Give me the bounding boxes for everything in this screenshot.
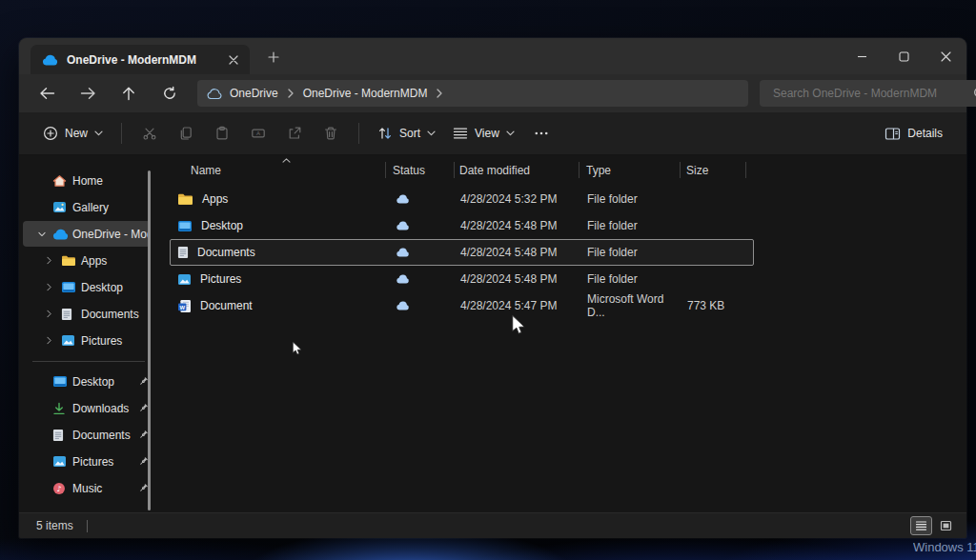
tab-close-icon[interactable]: [223, 50, 244, 70]
navigation-bar: OneDrive OneDrive - ModernMDM: [19, 74, 966, 112]
sidebar-item-onedrive[interactable]: OneDrive - Mod: [23, 221, 151, 247]
details-pane-button[interactable]: Details: [876, 118, 951, 149]
chevron-right-icon[interactable]: [47, 256, 61, 265]
pinned-item-pictures[interactable]: Pictures: [23, 449, 151, 474]
column-header-status[interactable]: Status: [386, 158, 455, 182]
sort-button[interactable]: Sort: [369, 118, 444, 149]
sidebar-item-documents[interactable]: Documents: [23, 301, 151, 327]
cloud-status-icon: [396, 194, 410, 204]
chevron-down-icon: [506, 130, 515, 136]
date-modified: 4/28/2024 5:32 PM: [460, 192, 557, 206]
search-input[interactable]: [769, 87, 973, 100]
documents-folder-icon: [177, 246, 189, 259]
view-button-label: View: [475, 127, 499, 140]
chevron-right-icon[interactable]: [47, 283, 61, 291]
back-button[interactable]: [30, 79, 63, 108]
window-controls: [841, 38, 966, 74]
folder-icon: [177, 192, 193, 206]
explorer-tab[interactable]: OneDrive - ModernMDM: [30, 45, 250, 74]
column-header-name[interactable]: Name: [170, 158, 386, 182]
sidebar-item-label: Desktop: [81, 281, 123, 294]
maximize-button[interactable]: [883, 38, 925, 74]
sidebar-item-label: Downloads: [72, 402, 129, 415]
breadcrumb-root[interactable]: OneDrive: [230, 87, 278, 100]
plus-circle-icon: [43, 126, 58, 141]
chevron-down-icon: [94, 130, 103, 136]
table-row-selected[interactable]: Documents 4/28/2024 5:48 PM File folder: [170, 239, 754, 266]
details-button-label: Details: [907, 127, 943, 140]
sidebar-scrollbar[interactable]: [148, 170, 151, 510]
main-content: Home Gallery OneDrive - Mod: [19, 155, 966, 512]
forward-button[interactable]: [71, 79, 104, 108]
breadcrumb-current[interactable]: OneDrive - ModernMDM: [303, 87, 428, 100]
rename-button[interactable]: A: [240, 118, 276, 149]
sidebar-item-pictures[interactable]: Pictures: [23, 328, 151, 353]
item-count: 5 items: [36, 519, 73, 532]
chevron-down-icon[interactable]: [38, 231, 52, 237]
status-bar: 5 items: [19, 512, 966, 538]
view-button[interactable]: View: [444, 118, 523, 149]
search-box[interactable]: [760, 80, 976, 107]
sort-ascending-icon: [282, 158, 291, 163]
pictures-folder-icon: [52, 455, 72, 468]
column-header-date-modified[interactable]: Date modified: [455, 158, 580, 182]
table-row[interactable]: Pictures 4/28/2024 5:48 PM File folder: [170, 266, 754, 292]
tab-strip: OneDrive - ModernMDM: [19, 38, 966, 74]
pinned-item-music[interactable]: ♪ Music: [23, 475, 151, 501]
pinned-item-downloads[interactable]: Downloads: [23, 395, 151, 421]
date-modified: 4/28/2024 5:47 PM: [460, 299, 557, 312]
minimize-button[interactable]: [841, 38, 883, 74]
more-options-button[interactable]: [523, 118, 559, 149]
svg-text:W: W: [179, 304, 185, 310]
file-size: 773 KB: [687, 299, 724, 312]
documents-folder-icon: [61, 308, 81, 321]
details-view-toggle[interactable]: [910, 516, 932, 535]
breadcrumb[interactable]: OneDrive OneDrive - ModernMDM: [197, 80, 748, 107]
up-button[interactable]: [112, 79, 145, 108]
onedrive-cloud-icon: [207, 89, 222, 99]
file-name: Apps: [202, 192, 228, 206]
details-pane-icon: [884, 127, 901, 141]
pinned-item-desktop[interactable]: Desktop: [23, 369, 151, 394]
sidebar-item-label: OneDrive - Mod: [72, 228, 151, 241]
svg-text:A: A: [256, 130, 260, 136]
refresh-button[interactable]: [153, 79, 186, 108]
windows-watermark: Windows 11 E: [913, 540, 976, 554]
sidebar-item-home[interactable]: Home: [23, 168, 151, 193]
sidebar-item-label: Documents: [81, 308, 139, 321]
close-button[interactable]: [925, 38, 966, 74]
column-header-size[interactable]: Size: [681, 158, 746, 182]
delete-button[interactable]: [313, 118, 349, 149]
sidebar-item-gallery[interactable]: Gallery: [23, 194, 151, 220]
table-row[interactable]: W Document 4/28/2024 5:47 PM Microsoft W…: [170, 292, 754, 319]
date-modified: 4/28/2024 5:48 PM: [460, 219, 557, 232]
table-row[interactable]: Apps 4/28/2024 5:32 PM File folder: [170, 186, 754, 212]
chevron-right-icon[interactable]: [47, 336, 61, 345]
sidebar-item-label: Music: [72, 482, 102, 495]
chevron-right-icon[interactable]: [47, 310, 61, 318]
thumbnail-view-toggle[interactable]: [935, 516, 957, 535]
sort-button-label: Sort: [399, 127, 420, 140]
file-name: Desktop: [201, 219, 243, 232]
copy-button[interactable]: [168, 118, 204, 149]
sidebar-item-apps[interactable]: Apps: [23, 248, 151, 273]
chevron-right-icon[interactable]: [435, 89, 444, 98]
cloud-status-icon: [396, 248, 410, 257]
cut-button[interactable]: [132, 118, 168, 149]
desktop-folder-icon: [61, 281, 81, 293]
sidebar-item-label: Gallery: [72, 201, 109, 214]
share-button[interactable]: [276, 118, 313, 149]
chevron-right-icon[interactable]: [286, 89, 295, 98]
toolbar-separator: [358, 123, 359, 144]
new-tab-button[interactable]: [261, 45, 286, 70]
downloads-icon: [52, 402, 72, 415]
svg-text:♪: ♪: [56, 484, 61, 492]
column-header-type[interactable]: Type: [580, 158, 681, 182]
tab-title: OneDrive - ModernMDM: [67, 53, 214, 67]
pinned-item-documents[interactable]: Documents: [23, 422, 151, 448]
new-button[interactable]: New: [34, 118, 112, 149]
paste-button[interactable]: [204, 118, 240, 149]
table-row[interactable]: Desktop 4/28/2024 5:48 PM File folder: [170, 212, 754, 239]
sidebar-item-desktop[interactable]: Desktop: [23, 274, 151, 300]
sidebar-item-label: Home: [72, 174, 103, 188]
